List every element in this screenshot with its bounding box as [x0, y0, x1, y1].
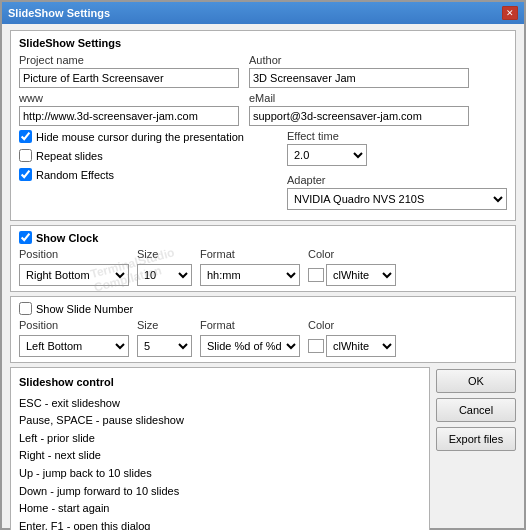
random-effects-row: Random Effects [19, 168, 277, 181]
clock-section: TerminalStudioCompilation Show Clock Pos… [10, 225, 516, 292]
email-group: eMail [249, 92, 469, 126]
slide-color-group: Color clWhiteclBlackclRed [308, 319, 396, 357]
slide-size-group: Size 581012 [137, 319, 192, 357]
hide-mouse-checkbox[interactable] [19, 130, 32, 143]
main-window: SlideShow Settings ✕ SlideShow Settings … [0, 0, 526, 530]
email-label: eMail [249, 92, 469, 104]
clock-size-select[interactable]: 1081214 [137, 264, 192, 286]
show-slide-row: Show Slide Number [19, 302, 507, 315]
slide-format-select[interactable]: Slide %d of %d%d/%d%d [200, 335, 300, 357]
author-input[interactable] [249, 68, 469, 88]
show-slide-label: Show Slide Number [36, 303, 133, 315]
clock-format-select[interactable]: hh:mmhh:mm:ssmm:ss [200, 264, 300, 286]
section-title: SlideShow Settings [19, 37, 507, 49]
author-label: Author [249, 54, 469, 66]
row-checks-settings: Hide mouse cursor during the presentatio… [19, 130, 507, 210]
row-project-author: Project name Author [19, 54, 507, 88]
author-group: Author [249, 54, 469, 88]
repeat-slides-label: Repeat slides [36, 150, 103, 162]
effect-time-select[interactable]: 2.01.03.05.0 [287, 144, 367, 166]
control-line: Up - jump back to 10 slides [19, 465, 421, 483]
clock-format-label: Format [200, 248, 300, 260]
project-name-group: Project name [19, 54, 239, 88]
cancel-button[interactable]: Cancel [436, 398, 516, 422]
clock-size-group: Size 1081214 [137, 248, 192, 286]
slide-position-group: Position Left BottomRight BottomLeft Top… [19, 319, 129, 357]
show-clock-checkbox[interactable] [19, 231, 32, 244]
slide-color-box: clWhiteclBlackclRed [308, 335, 396, 357]
clock-position-select[interactable]: Right BottomLeft BottomLeft TopRight Top [19, 264, 129, 286]
clock-size-label: Size [137, 248, 192, 260]
hide-mouse-row: Hide mouse cursor during the presentatio… [19, 130, 277, 143]
effect-time-label: Effect time [287, 130, 507, 142]
control-line: Home - start again [19, 500, 421, 518]
random-effects-checkbox[interactable] [19, 168, 32, 181]
control-title: Slideshow control [19, 374, 421, 392]
clock-position-group: Position Right BottomLeft BottomLeft Top… [19, 248, 129, 286]
project-name-input[interactable] [19, 68, 239, 88]
effect-time-group: Effect time 2.01.03.05.0 [287, 130, 507, 166]
www-label: www [19, 92, 239, 104]
random-effects-label: Random Effects [36, 169, 114, 181]
slide-position-label: Position [19, 319, 129, 331]
repeat-slides-row: Repeat slides [19, 149, 277, 162]
show-slide-checkbox[interactable] [19, 302, 32, 315]
slide-color-select[interactable]: clWhiteclBlackclRed [326, 335, 396, 357]
control-line: Left - prior slide [19, 430, 421, 448]
slide-color-label: Color [308, 319, 396, 331]
window-title: SlideShow Settings [8, 7, 110, 19]
slide-options-row: Position Left BottomRight BottomLeft Top… [19, 319, 507, 357]
control-line: Down - jump forward to 10 slides [19, 483, 421, 501]
adapter-select[interactable]: NVIDIA Quadro NVS 210S [287, 188, 507, 210]
www-input[interactable] [19, 106, 239, 126]
row-www-email: www eMail [19, 92, 507, 126]
slide-number-section: Show Slide Number Position Left BottomRi… [10, 296, 516, 363]
clock-color-swatch [308, 268, 324, 282]
email-input[interactable] [249, 106, 469, 126]
repeat-slides-checkbox[interactable] [19, 149, 32, 162]
slide-size-label: Size [137, 319, 192, 331]
clock-format-group: Format hh:mmhh:mm:ssmm:ss [200, 248, 300, 286]
slide-size-select[interactable]: 581012 [137, 335, 192, 357]
clock-color-label: Color [308, 248, 396, 260]
clock-position-label: Position [19, 248, 129, 260]
slide-color-swatch [308, 339, 324, 353]
control-line: Enter, F1 - open this dialog [19, 518, 421, 530]
bottom-row: Slideshow control ESC - exit slideshowPa… [10, 367, 516, 530]
control-lines: ESC - exit slideshowPause, SPACE - pause… [19, 395, 421, 530]
adapter-group: Adapter NVIDIA Quadro NVS 210S [287, 174, 507, 210]
clock-options-row: Position Right BottomLeft BottomLeft Top… [19, 248, 507, 286]
www-group: www [19, 92, 239, 126]
export-button[interactable]: Export files [436, 427, 516, 451]
slide-format-label: Format [200, 319, 300, 331]
slide-format-group: Format Slide %d of %d%d/%d%d [200, 319, 300, 357]
show-clock-row: Show Clock [19, 231, 507, 244]
control-box: Slideshow control ESC - exit slideshowPa… [10, 367, 430, 530]
slide-position-select[interactable]: Left BottomRight BottomLeft TopRight Top [19, 335, 129, 357]
title-bar: SlideShow Settings ✕ [2, 2, 524, 24]
button-group: OK Cancel Export files [436, 367, 516, 530]
clock-color-select[interactable]: clWhiteclBlackclRed [326, 264, 396, 286]
adapter-label: Adapter [287, 174, 507, 186]
main-settings-section: SlideShow Settings Project name Author w… [10, 30, 516, 221]
control-line: Pause, SPACE - pause slideshow [19, 412, 421, 430]
control-line: ESC - exit slideshow [19, 395, 421, 413]
hide-mouse-label: Hide mouse cursor during the presentatio… [36, 131, 244, 143]
content-area: SlideShow Settings Project name Author w… [2, 24, 524, 530]
project-name-label: Project name [19, 54, 239, 66]
ok-button[interactable]: OK [436, 369, 516, 393]
control-line: Right - next slide [19, 447, 421, 465]
close-button[interactable]: ✕ [502, 6, 518, 20]
clock-color-box: clWhiteclBlackclRed [308, 264, 396, 286]
clock-color-group: Color clWhiteclBlackclRed [308, 248, 396, 286]
show-clock-label: Show Clock [36, 232, 98, 244]
